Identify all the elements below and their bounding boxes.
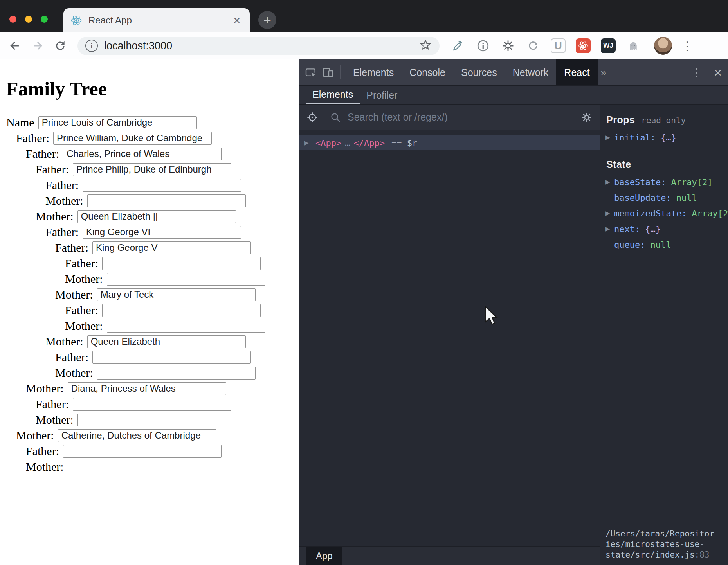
field-input[interactable] bbox=[58, 429, 216, 442]
field-input[interactable] bbox=[73, 398, 231, 411]
field-row: Mother: bbox=[45, 335, 299, 348]
minimize-window-button[interactable] bbox=[25, 16, 32, 23]
devtools-tab-console[interactable]: Console bbox=[402, 59, 453, 85]
state-key: queue bbox=[614, 240, 645, 250]
devtools-search-input[interactable] bbox=[347, 111, 575, 123]
ghost-extension-icon[interactable] bbox=[626, 38, 641, 53]
toolbar-divider bbox=[340, 65, 341, 79]
field-input[interactable] bbox=[87, 335, 246, 348]
field-input[interactable] bbox=[73, 163, 231, 176]
tree-row-app[interactable]: ▶ <App> … </App> == $r bbox=[299, 135, 600, 150]
field-row: Father: bbox=[55, 351, 299, 364]
close-window-button[interactable] bbox=[9, 16, 16, 23]
state-key: baseUpdate bbox=[614, 193, 671, 203]
field-input[interactable] bbox=[87, 194, 246, 207]
wj-extension-icon[interactable]: WJ bbox=[601, 38, 616, 53]
expand-arrow-icon[interactable]: ▶ bbox=[605, 210, 614, 217]
tab-close-icon[interactable]: × bbox=[231, 14, 243, 26]
field-label: Father: bbox=[26, 147, 59, 160]
element-picker-icon[interactable] bbox=[306, 111, 319, 124]
state-row[interactable]: ▶ queue null bbox=[600, 237, 728, 252]
field-input[interactable] bbox=[63, 148, 222, 160]
field-label: Mother: bbox=[26, 382, 64, 395]
info-extension-icon[interactable] bbox=[476, 38, 490, 53]
expand-arrow-icon[interactable]: ▶ bbox=[304, 139, 312, 146]
browser-tab[interactable]: React App × bbox=[63, 8, 250, 32]
field-input[interactable] bbox=[77, 414, 236, 426]
field-input[interactable] bbox=[68, 382, 226, 395]
field-input[interactable] bbox=[68, 461, 226, 473]
url-text[interactable]: localhost:3000 bbox=[104, 40, 419, 52]
component-close-tag: </App> bbox=[353, 138, 384, 148]
settings-gear-icon[interactable] bbox=[580, 111, 593, 124]
field-input[interactable] bbox=[97, 367, 256, 380]
devtools-tab-elements[interactable]: Elements bbox=[345, 59, 402, 85]
field-label: Father: bbox=[45, 225, 79, 239]
field-input[interactable] bbox=[83, 226, 241, 239]
state-row[interactable]: ▶ baseUpdate null bbox=[600, 190, 728, 205]
subtab-elements[interactable]: Elements bbox=[306, 86, 360, 104]
field-row: Father: bbox=[65, 257, 299, 270]
prop-row[interactable]: ▶ initial {…} bbox=[600, 130, 728, 145]
field-row: Father: bbox=[26, 147, 299, 160]
expand-arrow-icon[interactable]: ▶ bbox=[605, 225, 614, 232]
breadcrumb-app[interactable]: App bbox=[306, 547, 342, 565]
gear-extension-icon[interactable] bbox=[501, 38, 515, 53]
bookmark-star-icon[interactable] bbox=[419, 39, 432, 53]
field-row: Father: bbox=[16, 131, 299, 145]
browser-menu-icon[interactable]: ⋮ bbox=[681, 39, 693, 53]
field-label: Father: bbox=[36, 398, 69, 411]
expand-arrow-icon[interactable]: ▶ bbox=[605, 134, 614, 141]
field-row: Mother: bbox=[45, 194, 299, 207]
field-input[interactable] bbox=[38, 116, 197, 129]
devtools-tab-react[interactable]: React bbox=[556, 59, 597, 85]
field-input[interactable] bbox=[102, 304, 261, 317]
back-button[interactable] bbox=[7, 38, 23, 54]
components-tree-pane: ▶ <App> … </App> == $r App bbox=[299, 105, 600, 565]
react-favicon-icon bbox=[70, 14, 82, 26]
source-location[interactable]: /Users/taras/Repositor ies/microstates-u… bbox=[600, 529, 728, 565]
field-row: Mother: bbox=[65, 319, 299, 333]
field-input[interactable] bbox=[77, 210, 236, 223]
field-row: Mother: bbox=[26, 460, 299, 473]
refresh-extension-icon[interactable] bbox=[526, 38, 541, 53]
react-devtools-extension-icon[interactable] bbox=[576, 38, 591, 53]
reload-button[interactable] bbox=[52, 38, 68, 54]
more-tabs-icon[interactable]: » bbox=[601, 67, 606, 79]
field-input[interactable] bbox=[63, 445, 222, 458]
expand-arrow-icon[interactable]: ▶ bbox=[605, 178, 614, 185]
field-input[interactable] bbox=[53, 132, 212, 145]
field-input[interactable] bbox=[97, 288, 256, 301]
field-input[interactable] bbox=[107, 273, 265, 286]
state-row[interactable]: ▶ memoizedState Array[2] bbox=[600, 205, 728, 221]
u-extension-icon[interactable]: U bbox=[551, 38, 566, 53]
zoom-window-button[interactable] bbox=[41, 16, 48, 23]
devtools-tab-network[interactable]: Network bbox=[505, 59, 557, 85]
state-row[interactable]: ▶ next {…} bbox=[600, 221, 728, 237]
field-input[interactable] bbox=[92, 351, 251, 364]
inspect-element-icon[interactable] bbox=[304, 66, 317, 79]
field-row: Mother: bbox=[16, 429, 299, 442]
eyedropper-extension-icon[interactable] bbox=[450, 38, 465, 53]
field-label: Father: bbox=[55, 241, 88, 254]
devtools-toolbar: Elements Console Sources Network React »… bbox=[299, 59, 728, 86]
field-label: Father: bbox=[55, 351, 88, 364]
field-label: Mother: bbox=[36, 210, 74, 223]
device-toolbar-icon[interactable] bbox=[321, 66, 335, 79]
site-info-icon[interactable]: i bbox=[85, 40, 98, 52]
profile-avatar[interactable] bbox=[654, 37, 672, 55]
forward-button[interactable] bbox=[30, 38, 45, 54]
field-label: Mother: bbox=[55, 366, 93, 380]
omnibox[interactable]: i localhost:3000 bbox=[77, 37, 440, 55]
field-input[interactable] bbox=[107, 320, 265, 333]
new-tab-button[interactable]: + bbox=[258, 11, 276, 29]
devtools-tab-sources[interactable]: Sources bbox=[453, 59, 505, 85]
state-row[interactable]: ▶ baseState Array[2] bbox=[600, 174, 728, 190]
devtools-close-icon[interactable]: × bbox=[714, 66, 722, 79]
subtab-profiler[interactable]: Profiler bbox=[360, 86, 404, 104]
devtools-menu-icon[interactable]: ⋮ bbox=[691, 66, 702, 79]
field-input[interactable] bbox=[83, 179, 241, 192]
field-label: Father: bbox=[65, 257, 98, 270]
field-input[interactable] bbox=[92, 241, 251, 254]
field-input[interactable] bbox=[102, 257, 261, 270]
